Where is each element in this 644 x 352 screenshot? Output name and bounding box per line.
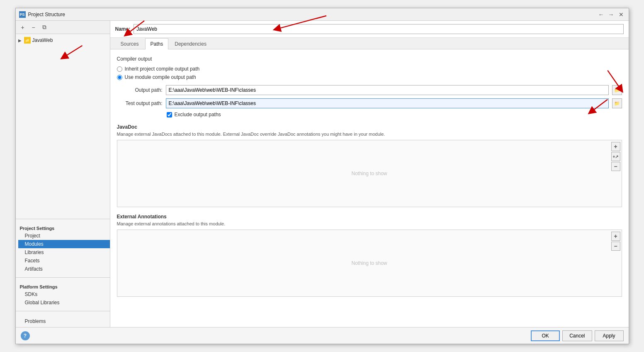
project-structure-window: PS Project Structure ← → ✕ + − ⧉ ▶ 📁 Jav… [15,8,629,344]
external-annotations-remove-button[interactable]: − [611,242,620,251]
main-content: + − ⧉ ▶ 📁 JavaWeb Project Settings Proje… [16,21,629,327]
javadoc-list-buttons: + +↗ − [610,140,622,173]
remove-module-button[interactable]: − [29,23,38,32]
compiler-output-title: Compiler output [117,56,622,62]
output-path-browse-button[interactable]: 📁 [612,85,622,95]
external-annotations-title: External Annotations [117,214,622,220]
sidebar-item-sdks[interactable]: SDKs [18,290,110,298]
app-icon: PS [19,11,26,18]
javadoc-add-button[interactable]: + [611,142,620,151]
bottom-buttons: OK Cancel Apply [531,330,623,341]
platform-settings-title: Platform Settings [18,284,110,290]
module-icon: 📁 [24,37,31,44]
name-label: Name: [115,26,131,32]
radio-module[interactable] [117,75,122,80]
forward-button[interactable]: → [607,11,615,18]
output-path-row: Output path: 📁 [117,85,622,95]
external-annotations-list-buttons: + − [610,230,622,252]
sidebar-item-global-libraries[interactable]: Global Libraries [18,298,110,307]
javadoc-list-panel: Nothing to show + +↗ − [117,140,622,207]
window-title: Project Structure [28,12,65,17]
radio-inherit-label: Inherit project compile output path [125,66,200,72]
javadoc-list-inner: Nothing to show [117,140,622,207]
name-bar: Name: [110,21,629,38]
tree-arrow-icon: ▶ [18,38,22,43]
project-settings-title: Project Settings [18,225,110,232]
external-annotations-list-inner: Nothing to show [117,230,622,296]
test-output-path-row: Test output path: 📁 [117,98,622,108]
tab-dependencies[interactable]: Dependencies [169,38,212,49]
bottom-bar: ? OK Cancel Apply [16,327,629,344]
sidebar-toolbar: + − ⧉ [16,21,110,34]
title-bar: PS Project Structure ← → ✕ [16,8,629,21]
copy-module-button[interactable]: ⧉ [40,23,49,32]
ok-button[interactable]: OK [531,330,560,341]
radio-inherit[interactable] [117,66,122,72]
nav-divider-top [16,219,110,219]
sidebar-item-facets[interactable]: Facets [18,257,110,265]
title-bar-left: PS Project Structure [19,11,65,18]
module-name-input[interactable] [134,24,623,34]
panel-content: Compiler output Inherit project compile … [110,49,629,327]
javadoc-title: JavaDoc [117,124,622,130]
help-button[interactable]: ? [21,331,30,340]
javadoc-add-link-button[interactable]: +↗ [611,152,620,161]
sidebar-item-problems[interactable]: Problems [18,317,110,325]
external-annotations-desc: Manage external annotations attached to … [117,221,622,226]
tabs-bar: Sources Paths Dependencies [110,38,629,49]
tree-module-label: JavaWeb [32,37,53,43]
nav-divider-bottom [16,311,110,311]
radio-row-inherit: Inherit project compile output path [117,66,622,72]
output-path-label: Output path: [117,87,163,93]
add-module-button[interactable]: + [18,23,27,32]
javadoc-nothing-label: Nothing to show [351,171,387,176]
exclude-output-paths-checkbox[interactable] [167,112,172,117]
tree-row-javaweb[interactable]: ▶ 📁 JavaWeb [16,36,110,45]
tab-sources[interactable]: Sources [115,38,144,49]
exclude-output-paths-row: Exclude output paths [167,112,622,117]
radio-module-label: Use module compile output path [125,74,196,80]
sidebar: + − ⧉ ▶ 📁 JavaWeb Project Settings Proje… [16,21,110,327]
output-path-input[interactable] [166,85,609,95]
javadoc-desc: Manage external JavaDocs attached to thi… [117,132,622,137]
module-tree: ▶ 📁 JavaWeb [16,34,110,216]
test-output-path-browse-button[interactable]: 📁 [612,98,622,108]
compiler-output-radio-group: Inherit project compile output path Use … [117,66,622,80]
sidebar-item-project[interactable]: Project [18,232,110,240]
external-annotations-add-button[interactable]: + [611,232,620,241]
external-annotations-list-panel: Nothing to show + − [117,230,622,297]
apply-button[interactable]: Apply [595,330,624,341]
close-button[interactable]: ✕ [617,11,625,18]
back-button[interactable]: ← [597,11,605,18]
platform-settings-section: Platform Settings SDKs Global Libraries [16,280,110,308]
cancel-button[interactable]: Cancel [562,330,592,341]
title-bar-controls: ← → ✕ [597,11,625,18]
right-panel: Name: Sources Paths Dependencies Compile… [110,21,629,327]
test-output-path-input[interactable] [166,98,609,108]
tab-paths[interactable]: Paths [145,38,169,49]
external-annotations-nothing-label: Nothing to show [351,260,387,266]
project-settings-section: Project Settings Project Modules Librari… [16,222,110,275]
nav-divider-middle [16,277,110,278]
javadoc-remove-button[interactable]: − [611,162,620,171]
test-output-path-label: Test output path: [117,100,163,106]
sidebar-item-modules[interactable]: Modules [18,240,110,248]
problems-section: Problems [16,314,110,327]
radio-row-module: Use module compile output path [117,74,622,80]
sidebar-item-libraries[interactable]: Libraries [18,248,110,257]
exclude-output-paths-label: Exclude output paths [175,112,221,117]
sidebar-item-artifacts[interactable]: Artifacts [18,265,110,273]
